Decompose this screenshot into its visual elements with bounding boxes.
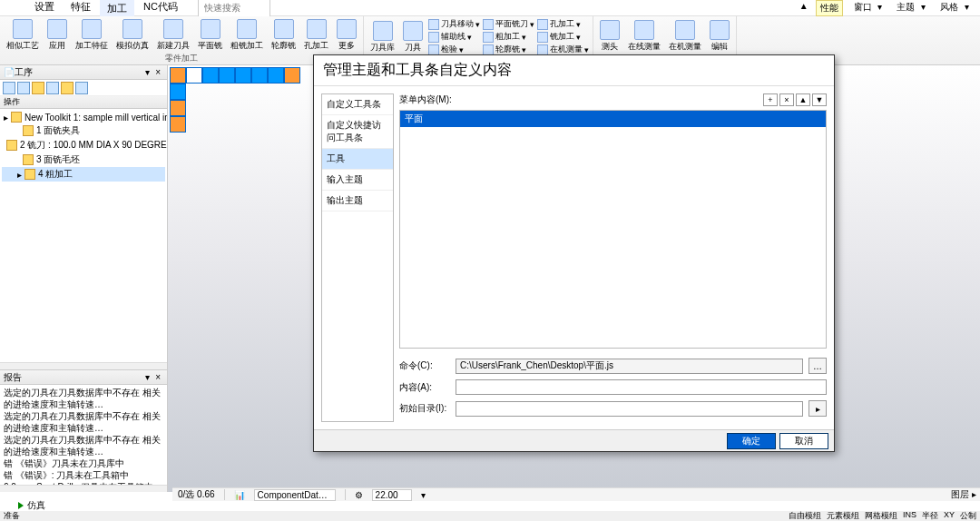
panel-header-ops: 📄工序 ▾ × xyxy=(0,65,167,80)
scrollbar[interactable] xyxy=(0,362,167,369)
pal-7[interactable] xyxy=(268,67,284,84)
scrollbar[interactable] xyxy=(0,485,167,492)
pal-9[interactable] xyxy=(170,84,186,100)
op-icon xyxy=(24,169,35,180)
ops-tb-1[interactable] xyxy=(3,82,15,94)
pal-8[interactable] xyxy=(284,67,300,84)
rb-onmach[interactable]: 在机测量 xyxy=(666,18,704,54)
layer-label[interactable]: 图层 xyxy=(951,489,969,499)
toolkit-icon xyxy=(11,112,22,123)
rb-toollib[interactable]: 刀具库 xyxy=(368,18,397,55)
style-menu[interactable]: 风格 ▾ xyxy=(933,0,973,16)
log-header: 报告 ▾ × xyxy=(0,370,167,385)
pal-11[interactable] xyxy=(170,116,186,133)
ops-sub-title: 操作 xyxy=(0,96,167,109)
rb-contour[interactable]: 轮廓铣 xyxy=(269,18,299,53)
init-label: 初始目录(I): xyxy=(399,402,450,415)
rb-edit[interactable]: 编辑 xyxy=(707,18,732,54)
nav-export-theme[interactable]: 输出主题 xyxy=(322,191,393,211)
cmd-label: 命令(C): xyxy=(399,359,450,372)
rb-face[interactable]: 平面铣 xyxy=(195,18,225,53)
log-close-icon[interactable]: × xyxy=(152,372,163,382)
ops-tb-3[interactable] xyxy=(32,82,44,94)
play-icon[interactable] xyxy=(18,502,24,509)
sim-button[interactable]: 仿真 xyxy=(27,499,45,512)
remove-item-button[interactable]: × xyxy=(779,93,794,106)
log-pin-icon[interactable]: ▾ xyxy=(142,372,152,382)
opt-icon[interactable]: ⚙ xyxy=(355,490,363,500)
tab-feature[interactable]: 特征 xyxy=(64,0,98,17)
op-icon xyxy=(23,125,34,136)
arg-label: 内容(A): xyxy=(399,381,450,394)
log-body[interactable]: 选定的刀具在刀具数据库中不存在 相关的进给速度和主轴转速… 选定的刀具在刀具数据… xyxy=(0,385,167,485)
rb-online[interactable]: 在线测量 xyxy=(625,18,663,54)
ribbon-group-label: 零件加工 xyxy=(4,53,359,64)
pal-5[interactable] xyxy=(235,67,251,84)
rb-row1a[interactable]: 刀具移动▾ xyxy=(428,18,480,30)
rb-apply[interactable]: 应用 xyxy=(44,18,70,53)
dialog-nav: 自定义工具条 自定义快捷访问工具条 工具 输入主题 输出主题 xyxy=(321,93,394,422)
menu-bar: 设置 特征 加工 NC代码 ▲ 性能 窗口 ▾ 主题 ▾ 风格 ▾ xyxy=(0,0,980,16)
pal-1[interactable] xyxy=(170,67,186,84)
perf-button[interactable]: 性能 xyxy=(816,0,843,16)
add-item-button[interactable]: + xyxy=(763,93,778,106)
tab-machining[interactable]: 加工 xyxy=(100,0,134,17)
rb-more[interactable]: 更多 xyxy=(334,18,359,53)
rb-tool[interactable]: 刀具 xyxy=(400,18,426,55)
pal-10[interactable] xyxy=(170,100,186,116)
nav-import-theme[interactable]: 输入主题 xyxy=(322,170,393,191)
rb-row2a[interactable]: 辅助线▾ xyxy=(428,31,480,43)
panel-close-icon[interactable]: × xyxy=(152,67,163,77)
operation-tree[interactable]: ▸New Toolkit 1: sample mill vertical inc… xyxy=(0,109,167,362)
view-palette xyxy=(170,67,300,133)
ok-button[interactable]: 确定 xyxy=(727,433,776,449)
ops-toolbar xyxy=(0,80,167,96)
pal-6[interactable] xyxy=(251,67,268,84)
rb-row1b[interactable]: 平面铣刀▾ xyxy=(483,18,534,30)
menu-content-list[interactable]: 平面 xyxy=(399,110,827,349)
rb-feat[interactable]: 加工特征 xyxy=(73,18,111,53)
rb-row2b[interactable]: 粗加工▾ xyxy=(483,31,534,43)
nav-custom-qat[interactable]: 自定义快捷访问工具条 xyxy=(322,115,393,149)
ops-tb-6[interactable] xyxy=(75,82,88,94)
ops-tb-2[interactable] xyxy=(17,82,30,94)
browse-command-button[interactable]: … xyxy=(808,358,827,374)
rb-sim[interactable]: 模拟仿真 xyxy=(113,18,152,53)
move-down-button[interactable]: ▼ xyxy=(812,93,827,106)
dialog-title: 管理主题和工具条自定义内容 xyxy=(314,55,834,86)
pal-2[interactable] xyxy=(186,67,202,84)
customize-dialog: 管理主题和工具条自定义内容 自定义工具条 自定义快捷访问工具条 工具 输入主题 … xyxy=(313,54,835,452)
pal-4[interactable] xyxy=(219,67,235,84)
tab-nc-code[interactable]: NC代码 xyxy=(136,0,185,17)
panel-pin-icon[interactable]: ▾ xyxy=(142,67,152,77)
op-icon xyxy=(23,154,34,165)
window-menu[interactable]: 窗口 ▾ xyxy=(847,0,887,16)
rb-newtool[interactable]: 新建刀具 xyxy=(154,18,192,53)
op-icon xyxy=(6,140,17,151)
num-input[interactable] xyxy=(372,489,412,501)
stats-icon[interactable]: 📊 xyxy=(234,490,245,500)
arguments-input[interactable] xyxy=(456,379,827,395)
rb-hole[interactable]: 孔加工 xyxy=(301,18,331,53)
rb-row1c[interactable]: 孔加工▾ xyxy=(537,18,589,30)
initial-dir-input[interactable] xyxy=(456,401,803,417)
move-up-button[interactable]: ▲ xyxy=(796,93,810,106)
quick-search-input[interactable] xyxy=(198,0,270,17)
rb-rough[interactable]: 粗铣加工 xyxy=(228,18,266,53)
pal-3[interactable] xyxy=(202,67,219,84)
ops-tb-4[interactable] xyxy=(46,82,59,94)
selection-count: 0/选 0.66 xyxy=(178,488,215,501)
nav-custom-toolbar[interactable]: 自定义工具条 xyxy=(322,94,393,115)
rb-probe[interactable]: 测头 xyxy=(597,18,622,54)
browse-initdir-button[interactable]: ▸ xyxy=(808,400,827,417)
component-combo[interactable] xyxy=(254,489,336,501)
rb-row2c[interactable]: 铣加工▾ xyxy=(537,31,589,43)
cancel-button[interactable]: 取消 xyxy=(779,433,828,449)
tab-settings[interactable]: 设置 xyxy=(27,0,62,17)
command-input[interactable] xyxy=(456,359,803,374)
nav-tools[interactable]: 工具 xyxy=(322,149,393,170)
list-item[interactable]: 平面 xyxy=(400,111,826,127)
rb-similar[interactable]: 相似工艺 xyxy=(4,18,42,53)
theme-menu[interactable]: 主题 ▾ xyxy=(889,0,929,16)
ops-tb-5[interactable] xyxy=(61,82,74,94)
